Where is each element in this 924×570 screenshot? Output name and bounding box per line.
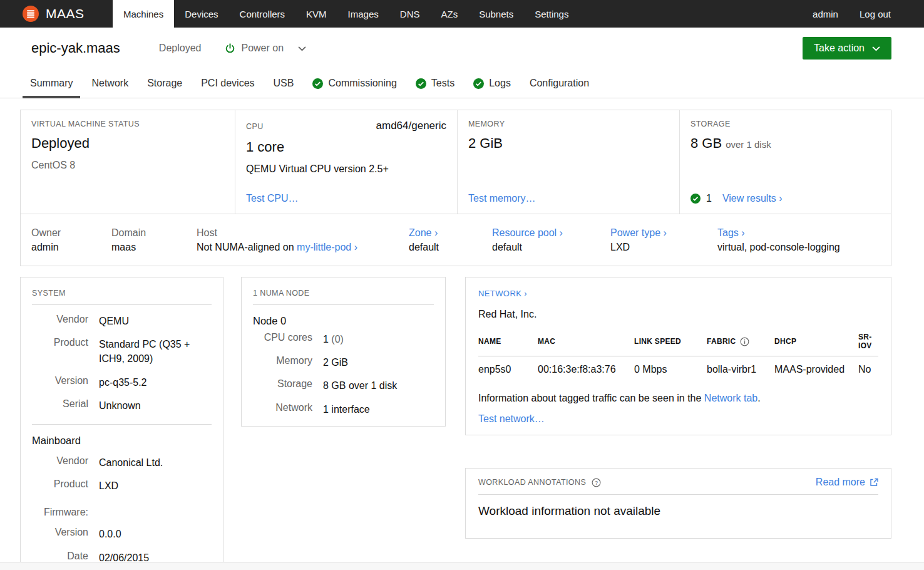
tags-link[interactable]: Tags › [717,227,745,238]
owner-value: admin [31,242,111,253]
system-version-value: pc-q35-5.2 [99,375,147,390]
workload-card: WORKLOAD ANNOTATIONS ? Read more Workloa… [465,468,891,539]
network-card: NETWORK › Red Hat, Inc. NAME MAC LINK SP… [465,277,891,435]
system-product-label: Product [32,337,88,366]
tab-storage[interactable]: Storage [138,69,192,98]
network-interface-row[interactable]: enp5s0 00:16:3e:f8:a3:76 0 Mbps bolla-vi… [478,356,878,378]
tab-commissioning[interactable]: Commissioning [303,69,406,98]
chevron-down-icon [872,46,880,51]
tab-tests[interactable]: Tests [406,69,464,98]
tab-network[interactable]: Network [82,69,138,98]
memory-label: MEMORY [468,120,669,128]
host-label: Host [197,227,409,239]
numa-node-title: Node 0 [253,315,434,327]
nav-item-controllers[interactable]: Controllers [229,0,296,28]
view-results-link[interactable]: View results › [722,193,783,204]
storage-label: STORAGE [690,120,880,128]
help-icon[interactable]: ? [592,478,601,487]
col-dhcp: DHCP [774,329,858,356]
meta-tags: Tags › virtual, pod-console-logging [717,227,880,253]
chevron-down-icon [298,46,306,51]
zone-link[interactable]: Zone › [409,227,438,238]
power-menu[interactable]: Power on [225,43,306,54]
power-icon [225,43,235,54]
interface-fabric: bolla-virbr1 [707,356,774,378]
system-serial-label: Serial [32,398,88,413]
tagged-traffic-note: Information about tagged traffic can be … [478,393,878,404]
system-version-label: Version [32,375,88,390]
nav-item-admin[interactable]: admin [802,0,849,28]
detail-row: SYSTEM VendorQEMU ProductStandard PC (Q3… [20,277,891,570]
numa-memory-label: Memory [253,355,312,370]
memory-panel: MEMORY 2 GiB Test memory… [457,110,679,214]
right-column: NETWORK › Red Hat, Inc. NAME MAC LINK SP… [465,277,891,539]
interface-mac: 00:16:3e:f8:a3:76 [538,356,634,378]
nav-item-kvm[interactable]: KVM [295,0,337,28]
storage-sub: over 1 disk [726,139,771,150]
brand-name: MAAS [46,6,85,21]
numa-cores-value: 1 (0) [323,332,344,346]
meta-power-type: Power type › LXD [610,227,717,253]
check-circle-icon [690,194,701,204]
tab-logs[interactable]: Logs [464,69,520,98]
nav-item-subnets[interactable]: Subnets [468,0,524,28]
resource-pool-link[interactable]: Resource pool › [492,227,563,238]
col-fabric: FABRIC [707,329,774,356]
divider [478,494,878,495]
storage-value: 8 GBover 1 disk [690,135,880,152]
host-pod-link[interactable]: my-little-pod › [297,242,357,252]
test-network-link[interactable]: Test network… [478,413,545,425]
tags-value: virtual, pod-console-logging [717,242,880,253]
col-link-speed: LINK SPEED [634,329,707,356]
maas-brand[interactable]: MAAS [0,0,113,28]
svg-text:?: ? [595,479,598,485]
vm-os: CentOS 8 [31,160,224,171]
owner-label: Owner [31,227,111,239]
numa-cores-label: CPU cores [253,332,312,346]
tab-usb[interactable]: USB [264,69,304,98]
firmware-version-value: 0.0.0 [99,527,121,541]
storage-results: 1 View results › [690,193,880,204]
meta-zone: Zone › default [409,227,492,253]
numa-network-label: Network [253,402,312,417]
check-circle-icon [312,78,323,89]
nav-item-dns[interactable]: DNS [389,0,431,28]
network-vendor: Red Hat, Inc. [478,309,878,320]
overview-card: VIRTUAL MACHINE STATUS Deployed CentOS 8… [20,110,891,214]
cpu-panel: CPU amd64/generic 1 core QEMU Virtual CP… [235,110,457,214]
system-vendor-label: Vendor [32,314,88,328]
test-cpu-link[interactable]: Test CPU… [246,193,446,204]
numa-storage-value: 8 GB over 1 disk [323,378,397,393]
divider [32,424,212,425]
system-card: SYSTEM VendorQEMU ProductStandard PC (Q3… [20,277,223,570]
network-table-header: NAME MAC LINK SPEED FABRIC DHCP [478,329,878,356]
network-title-link[interactable]: NETWORK › [478,289,527,298]
mainboard-product-label: Product [32,479,88,493]
nav-items: Machines Devices Controllers KVM Images … [113,0,579,28]
nav-item-logout[interactable]: Log out [849,0,901,28]
info-icon[interactable] [740,337,749,346]
main-content: VIRTUAL MACHINE STATUS Deployed CentOS 8… [20,110,891,570]
tab-pci-devices[interactable]: PCI devices [192,69,264,98]
nav-item-settings[interactable]: Settings [524,0,579,28]
power-type-link[interactable]: Power type › [610,227,667,238]
numa-storage-label: Storage [253,378,312,393]
meta-owner: Owner admin [31,227,111,253]
test-memory-link[interactable]: Test memory… [468,193,669,204]
tab-configuration[interactable]: Configuration [520,69,598,98]
nav-item-devices[interactable]: Devices [174,0,228,28]
read-more-link[interactable]: Read more [816,477,878,488]
workload-message: Workload information not available [478,504,878,518]
cpu-model: QEMU Virtual CPU version 2.5+ [246,163,446,175]
interface-sriov: No [858,356,878,378]
meta-domain: Domain maas [111,227,197,253]
nav-item-images[interactable]: Images [337,0,389,28]
mainboard-title: Mainboard [32,435,212,447]
cpu-arch: amd64/generic [376,120,446,132]
nav-item-azs[interactable]: AZs [430,0,468,28]
network-tab-link[interactable]: Network tab [704,393,757,403]
nav-item-machines[interactable]: Machines [113,0,174,28]
tab-summary[interactable]: Summary [21,69,82,98]
take-action-button[interactable]: Take action [803,37,891,60]
numa-title: 1 NUMA NODE [253,289,310,298]
